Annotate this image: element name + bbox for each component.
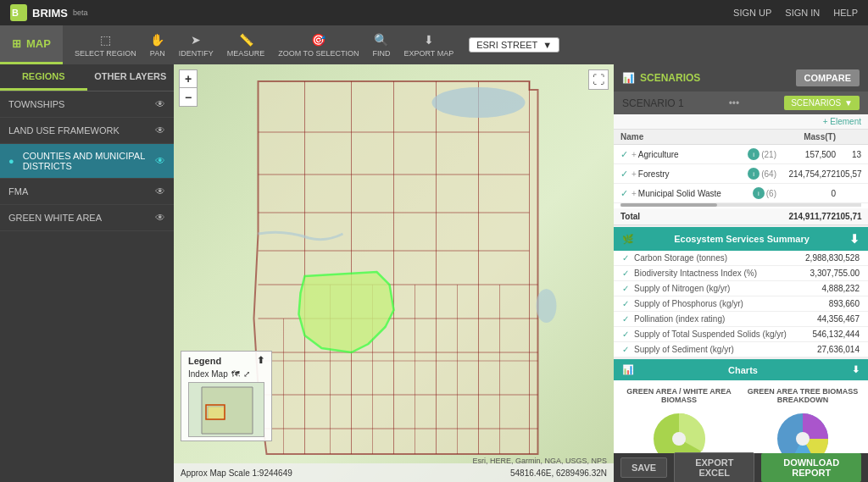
layer-item-fma[interactable]: FMA 👁: [0, 179, 174, 205]
info-msw-button[interactable]: i: [753, 187, 765, 199]
add-element-button[interactable]: + Element: [823, 117, 861, 126]
chart-biomass-label: GREEN AREA / WHITE AREA BIOMASS: [620, 387, 737, 404]
eco-value-tss: 546,132,444: [812, 330, 860, 339]
measure-button[interactable]: 📏 MEASURE: [222, 30, 270, 59]
visibility-icon-luf[interactable]: 👁: [155, 125, 165, 136]
visibility-icon-fma[interactable]: 👁: [155, 186, 165, 197]
charts-header[interactable]: 📊 Charts ⬇: [614, 359, 868, 380]
pan-button[interactable]: ✋ PAN: [145, 30, 170, 59]
download-report-button[interactable]: DOWNLOAD REPORT: [761, 453, 861, 482]
count-agriculture: (21): [761, 150, 776, 159]
scroll-thumb: [620, 203, 717, 207]
element-row-msw[interactable]: ✓ + Municipal Solid Waste i (6) 0: [614, 184, 868, 203]
export-excel-button[interactable]: EXPORT EXCEL: [674, 452, 754, 482]
visibility-icon-counties[interactable]: 👁: [155, 155, 165, 167]
map-top-controls: ⛶: [588, 69, 609, 90]
total-num: 105,71: [836, 212, 861, 221]
index-map-label: Index Map 🗺 ⤢: [188, 369, 264, 379]
left-panel: REGIONS OTHER LAYERS TOWNSHIPS 👁 LAND US…: [0, 64, 174, 482]
toolbar-tools: ⬚ SELECT REGION ✋ PAN ➤ IDENTIFY 📏 MEASU…: [63, 30, 868, 59]
measure-icon: 📏: [238, 32, 253, 47]
col-header-name: Name: [620, 132, 776, 141]
scenario-bar: SCENARIO 1 ••• SCENARIOS ▼: [614, 91, 868, 114]
map-legend: Legend ⬆ Index Map 🗺 ⤢: [181, 351, 272, 441]
layer-item-townships[interactable]: TOWNSHIPS 👁: [0, 91, 174, 118]
svg-point-26: [432, 87, 526, 118]
ecosystem-collapse-button[interactable]: ⬇: [849, 232, 860, 246]
info-agriculture-button[interactable]: i: [748, 148, 760, 160]
svg-point-35: [796, 432, 810, 446]
mass-forestry: 214,754,272: [776, 169, 836, 179]
ecosystem-rows: ✓ Carbon Storage (tonnes) 2,988,830,528 …: [614, 251, 868, 357]
basemap-selector[interactable]: ESRI STREET ▼: [469, 37, 559, 53]
find-icon: 🔍: [374, 32, 389, 47]
map-area[interactable]: + − ⛶ Legend ⬆ Index Map 🗺 ⤢: [174, 64, 614, 482]
signin-link[interactable]: SIGN IN: [785, 8, 820, 18]
eco-row-pollination: ✓ Pollination (index rating) 44,356,467: [614, 312, 868, 327]
help-link[interactable]: HELP: [833, 8, 858, 18]
eco-name-biodiversity: Biodiversity Intactness Index (%): [634, 269, 810, 278]
map-tab-label: MAP: [26, 37, 51, 50]
index-map-icon2[interactable]: ⤢: [243, 369, 250, 379]
svg-text:B: B: [12, 8, 19, 18]
charts-collapse-button[interactable]: ⬇: [852, 364, 860, 375]
scenarios-chart-icon: 📊: [622, 72, 635, 84]
legend-collapse-icon[interactable]: ⬆: [257, 355, 264, 366]
map-grid-icon: ⊞: [12, 37, 21, 50]
chart-tree-biomass-label: GREEN AREA TREE BIOMASS BREAKDOWN: [744, 387, 861, 404]
toolbar: ⊞ MAP ⬚ SELECT REGION ✋ PAN ➤ IDENTIFY 📏…: [0, 25, 868, 64]
map-attribution: Esri, HERE, Garmin, NGA, USGS, NPS: [472, 457, 607, 465]
select-region-button[interactable]: ⬚ SELECT REGION: [70, 30, 142, 59]
layer-name-counties: COUNTIES AND MUNICIPAL DISTRICTS: [23, 151, 155, 171]
scenarios-dropdown-button[interactable]: SCENARIOS ▼: [784, 96, 860, 110]
check-msw: ✓: [620, 188, 628, 199]
visibility-icon-townships[interactable]: 👁: [155, 98, 165, 110]
compare-button[interactable]: COMPARE: [796, 69, 860, 86]
col-header-mass: Mass(T): [776, 132, 836, 141]
map-background: + − ⛶ Legend ⬆ Index Map 🗺 ⤢: [174, 64, 614, 482]
visibility-icon-gwa[interactable]: 👁: [155, 212, 165, 224]
zoom-to-selection-button[interactable]: 🎯 ZOOM TO SELECTION: [273, 30, 364, 59]
element-section: + Element Name Mass(T) ✓ + Agriculture i…: [614, 114, 868, 225]
map-tab[interactable]: ⊞ MAP: [0, 25, 63, 64]
map-bottom-bar: Approx Map Scale 1:9244649 54816.46E, 62…: [174, 463, 614, 482]
identify-button[interactable]: ➤ IDENTIFY: [174, 30, 219, 59]
element-row-forestry[interactable]: ✓ + Forestry i (64) 214,754,272 105,57: [614, 164, 868, 184]
check-agriculture: ✓: [620, 149, 628, 160]
zoom-out-button[interactable]: −: [179, 88, 198, 107]
eco-row-phosphorus: ✓ Supply of Phosphorus (kg/yr) 893,660: [614, 296, 868, 312]
find-button[interactable]: 🔍 FIND: [367, 30, 395, 59]
ecosystem-services-header[interactable]: 🌿 Ecosystem Services Summary ⬇: [614, 227, 868, 251]
scenarios-title: 📊 SCENARIOS: [622, 72, 700, 84]
info-forestry-button[interactable]: i: [748, 168, 760, 180]
brims-logo-icon: B: [10, 4, 27, 21]
signup-link[interactable]: SIGN UP: [733, 8, 771, 18]
index-map-icon1[interactable]: 🗺: [231, 369, 240, 379]
fullscreen-button[interactable]: ⛶: [588, 69, 609, 90]
plus-forestry: +: [632, 169, 637, 179]
layer-tabs: REGIONS OTHER LAYERS: [0, 64, 174, 91]
right-panel-header: 📊 SCENARIOS COMPARE: [614, 64, 868, 91]
zoom-in-button[interactable]: +: [179, 69, 198, 88]
scenarios-title-text: SCENARIOS: [640, 72, 700, 84]
num-forestry: 105,57: [836, 169, 861, 179]
layer-item-counties[interactable]: ● COUNTIES AND MUNICIPAL DISTRICTS 👁: [0, 144, 174, 179]
element-name-msw: Municipal Solid Waste: [638, 189, 751, 198]
element-row-agriculture[interactable]: ✓ + Agriculture i (21) 157,500 13: [614, 145, 868, 164]
tab-other-layers[interactable]: OTHER LAYERS: [87, 64, 175, 91]
svg-marker-2: [254, 81, 538, 454]
app-name: BRIMS: [32, 7, 68, 19]
save-button[interactable]: SAVE: [620, 457, 667, 478]
top-navigation: B BRIMS beta SIGN UP SIGN IN HELP: [0, 0, 868, 25]
map-zoom-controls: + −: [179, 69, 198, 107]
layer-name-fma: FMA: [8, 186, 28, 197]
eco-check-sediment: ✓: [622, 345, 629, 354]
scenario-options-icon[interactable]: •••: [729, 97, 740, 109]
layer-item-gwa[interactable]: GREEN WHITE AREA 👁: [0, 205, 174, 231]
export-map-button[interactable]: ⬇ EXPORT MAP: [398, 30, 459, 59]
layer-item-luf[interactable]: LAND USE FRAMEWORK 👁: [0, 118, 174, 144]
layer-list: TOWNSHIPS 👁 LAND USE FRAMEWORK 👁 ● COUNT…: [0, 91, 174, 482]
scenarios-chevron-icon: ▼: [844, 98, 853, 108]
tab-regions[interactable]: REGIONS: [0, 64, 87, 91]
eco-value-nitrogen: 4,888,232: [822, 284, 860, 293]
